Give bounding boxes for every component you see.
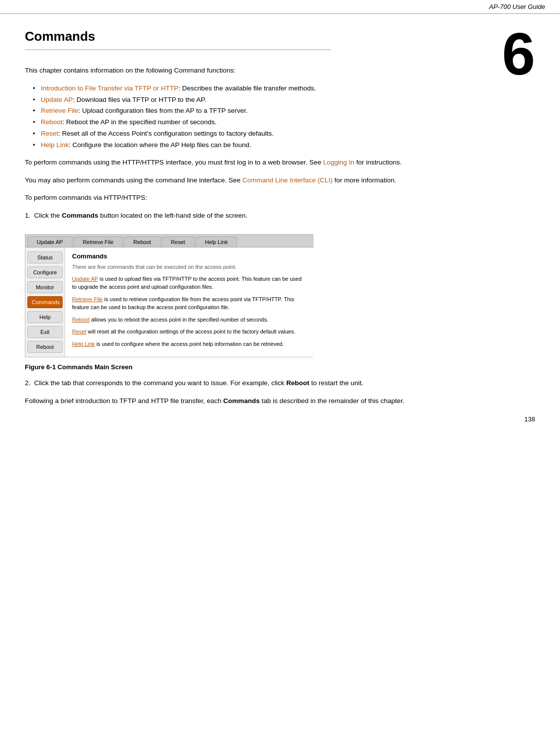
ui-body: Status Configure Monitor Commands Help E… — [25, 247, 314, 357]
page-content: 6 Commands This chapter contains informa… — [0, 14, 560, 433]
header-title: AP-700 User Guide — [489, 3, 545, 10]
link-reboot[interactable]: Reboot — [41, 118, 63, 126]
list-item: Introduction to File Transfer via TFTP o… — [35, 83, 535, 94]
link-reset[interactable]: Reset — [41, 130, 58, 137]
ui-link-retrieve-file[interactable]: Retrieve File — [72, 296, 103, 302]
step-2: 2. Click the tab that corresponds to the… — [25, 378, 535, 389]
ui-screenshot: Update AP Retrieve File Reboot Reset Hel… — [25, 235, 314, 357]
link-help-link[interactable]: Help Link — [41, 141, 69, 149]
tab-update-ap[interactable]: Update AP — [27, 237, 73, 247]
ui-link-reset[interactable]: Reset — [72, 329, 86, 334]
list-item: Retrieve File: Upload configuration file… — [35, 105, 535, 117]
sidebar-btn-exit[interactable]: Exit — [27, 326, 63, 338]
sidebar-btn-reboot[interactable]: Reboot — [27, 341, 63, 353]
link-logging-in[interactable]: Logging In — [323, 159, 354, 166]
step-1: 1. Click the Commands button located on … — [25, 210, 535, 221]
link-retrieve-file[interactable]: Retrieve File — [41, 107, 79, 114]
sidebar-btn-configure[interactable]: Configure — [27, 266, 63, 278]
closing-paragraph: Following a brief introduction to TFTP a… — [25, 396, 535, 407]
tab-reset[interactable]: Reset — [161, 237, 195, 247]
list-item: Help Link: Configure the location where … — [35, 140, 535, 151]
list-item: Update AP: Download files via TFTP or HT… — [35, 94, 535, 106]
ui-item-help-link: Help Link is used to configure where the… — [72, 340, 307, 348]
ui-link-reboot[interactable]: Reboot — [72, 317, 89, 323]
para-cli: You may also perform commands using the … — [25, 175, 535, 186]
link-cli[interactable]: Command Line Interface (CLI) — [242, 176, 333, 184]
chapter-title: Commands — [25, 29, 331, 50]
page-header: AP-700 User Guide — [0, 0, 560, 14]
bullet-list: Introduction to File Transfer via TFTP o… — [35, 83, 535, 152]
ui-panel-subtitle: There are five commands that can be exec… — [72, 264, 307, 270]
tab-help-link[interactable]: Help Link — [196, 237, 238, 247]
figure-caption: Figure 6-1 Commands Main Screen — [25, 363, 535, 371]
ui-item-retrieve-file: Retrieve File is used to retrieve config… — [72, 295, 307, 312]
ui-item-reset: Reset will reset all the configuration s… — [72, 328, 307, 336]
sidebar-btn-monitor[interactable]: Monitor — [27, 281, 63, 293]
ui-item-reboot: Reboot allows you to reboot the access p… — [72, 316, 307, 324]
intro-paragraph: This chapter contains information on the… — [25, 65, 535, 76]
sidebar-btn-help[interactable]: Help — [27, 311, 63, 323]
ui-tab-bar: Update AP Retrieve File Reboot Reset Hel… — [25, 235, 314, 247]
ui-link-update-ap[interactable]: Update AP — [72, 276, 98, 282]
para-logging-in: To perform commands using the HTTP/HTTPS… — [25, 157, 535, 168]
ui-link-help-link[interactable]: Help Link — [72, 341, 95, 347]
sidebar-btn-status[interactable]: Status — [27, 251, 63, 263]
list-item: Reboot: Reboot the AP in the specified n… — [35, 117, 535, 128]
ui-main-panel: Commands There are five commands that ca… — [65, 247, 314, 357]
link-intro[interactable]: Introduction to File Transfer via TFTP o… — [41, 84, 178, 92]
para-how-to: To perform commands via HTTP/HTTPS: — [25, 192, 535, 203]
sidebar-btn-commands[interactable]: Commands — [27, 296, 63, 308]
chapter-number: 6 — [502, 24, 535, 83]
page-number: 138 — [524, 415, 535, 423]
figure-screenshot: Update AP Retrieve File Reboot Reset Hel… — [25, 234, 313, 358]
ui-sidebar: Status Configure Monitor Commands Help E… — [25, 247, 65, 357]
tab-reboot[interactable]: Reboot — [124, 237, 160, 247]
link-update-ap[interactable]: Update AP — [41, 96, 73, 103]
tab-retrieve-file[interactable]: Retrieve File — [74, 237, 123, 247]
list-item: Reset: Reset all of the Access Point’s c… — [35, 128, 535, 140]
ui-panel-title: Commands — [72, 252, 307, 260]
ui-item-update-ap: Update AP is used to upload files via TF… — [72, 275, 307, 291]
